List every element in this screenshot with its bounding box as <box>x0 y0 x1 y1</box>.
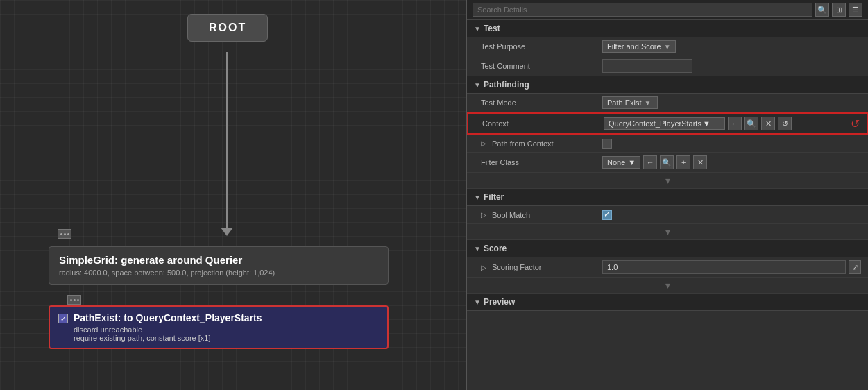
test-comment-row: Test Comment <box>467 56 868 76</box>
scoring-factor-row: ▷ Scoring Factor ⤢ <box>467 257 868 278</box>
search-icon-btn[interactable]: 🔍 <box>815 3 829 17</box>
right-panel: 🔍 ⊞ ☰ ▼ Test Test Purpose Filter and Sco… <box>466 0 868 390</box>
filter-class-arrow: ▼ <box>628 158 636 167</box>
preview-collapse-icon: ▼ <box>474 298 481 306</box>
filter-section-label: Filter <box>484 192 504 202</box>
bool-match-value <box>602 210 861 220</box>
test-mode-row: Test Mode Path Exist ▼ <box>467 94 868 112</box>
filter-class-clear-btn[interactable]: ✕ <box>693 155 707 169</box>
score-collapse-icon: ▼ <box>474 245 481 253</box>
filter-section-header[interactable]: ▼ Filter <box>467 189 868 206</box>
simple-grid-subtitle: radius: 4000.0, space between: 500.0, pr… <box>59 269 378 277</box>
filter-class-add-btn[interactable]: + <box>676 155 690 169</box>
connector-box-bottom <box>67 295 81 305</box>
grid-view-btn[interactable]: ⊞ <box>832 3 846 17</box>
test-comment-value <box>602 59 861 73</box>
simple-grid-node: SimpleGrid: generate around Querier radi… <box>49 246 389 285</box>
test-comment-input[interactable] <box>602 59 692 73</box>
pathfinding-section-label: Pathfinding <box>484 80 529 90</box>
pathfinding-collapse-row: ▾ <box>467 173 868 189</box>
filter-class-text: None <box>607 158 625 167</box>
filter-collapse-row: ▾ <box>467 224 868 240</box>
scoring-factor-expand[interactable]: ▷ <box>481 264 486 271</box>
scoring-factor-input[interactable] <box>602 260 846 274</box>
path-from-context-label: ▷ Path from Context <box>481 139 602 148</box>
filter-class-label: Filter Class <box>481 158 602 167</box>
path-exist-node: ✓ PathExist: to QueryContext_PlayerStart… <box>49 305 389 349</box>
scoring-factor-expand-btn[interactable]: ⤢ <box>849 260 861 274</box>
pathfinding-chevron-down[interactable]: ▾ <box>665 175 670 186</box>
context-arrow: ▼ <box>703 119 710 128</box>
simple-grid-title: SimpleGrid: generate around Querier <box>59 254 378 266</box>
filter-chevron-down[interactable]: ▾ <box>665 226 670 237</box>
connector-box-top <box>58 229 71 239</box>
filter-class-search-btn[interactable]: 🔍 <box>660 155 674 169</box>
path-exist-line2: require existing path, constant score [x… <box>74 334 262 342</box>
list-view-btn[interactable]: ☰ <box>849 3 862 17</box>
test-section-header[interactable]: ▼ Test <box>467 20 868 37</box>
filter-class-value: None ▼ ← 🔍 + ✕ <box>602 155 861 169</box>
path-from-context-expand[interactable]: ▷ <box>481 139 486 147</box>
test-section-label: Test <box>484 24 500 33</box>
test-collapse-icon: ▼ <box>474 25 481 33</box>
context-value: QueryContext_PlayerStarts ▼ ← 🔍 ✕ ↺ <box>604 117 848 130</box>
test-purpose-label: Test Purpose <box>481 42 602 51</box>
search-input[interactable] <box>473 3 812 17</box>
scoring-factor-label: ▷ Scoring Factor <box>481 263 602 271</box>
test-mode-label: Test Mode <box>481 99 602 107</box>
path-exist-content: PathExist: to QueryContext_PlayerStarts … <box>74 312 262 342</box>
test-mode-dropdown[interactable]: Path Exist ▼ <box>602 96 658 109</box>
score-section-header[interactable]: ▼ Score <box>467 240 868 257</box>
context-row: Context QueryContext_PlayerStarts ▼ ← 🔍 … <box>467 112 868 135</box>
preview-section-label: Preview <box>484 297 515 307</box>
context-refresh-btn[interactable]: ↺ <box>778 117 792 130</box>
test-mode-value: Path Exist ▼ <box>602 96 861 109</box>
root-node: ROOT <box>187 14 268 42</box>
score-chevron-down[interactable]: ▾ <box>665 280 670 291</box>
test-purpose-dropdown[interactable]: Filter and Score ▼ <box>602 40 676 53</box>
path-exist-line1: discard unreachable <box>74 325 262 334</box>
score-section-label: Score <box>484 244 507 253</box>
filter-collapse-icon: ▼ <box>474 194 481 201</box>
pathfinding-collapse-icon: ▼ <box>474 81 481 89</box>
canvas-panel: ROOT SimpleGrid: generate around Querier… <box>0 0 466 390</box>
bool-match-label: ▷ Bool Match <box>481 211 602 219</box>
context-undo-icon[interactable]: ↺ <box>851 117 860 130</box>
context-text: QueryContext_PlayerStarts <box>609 119 701 128</box>
connector-line <box>226 52 228 232</box>
test-mode-arrow: ▼ <box>645 99 652 107</box>
test-purpose-row: Test Purpose Filter and Score ▼ <box>467 37 868 56</box>
score-collapse-row: ▾ <box>467 278 868 294</box>
test-purpose-text: Filter and Score <box>607 42 661 51</box>
path-from-context-row: ▷ Path from Context <box>467 135 868 153</box>
bool-match-row: ▷ Bool Match <box>467 206 868 224</box>
path-exist-title: PathExist: to QueryContext_PlayerStarts <box>74 312 262 323</box>
context-clear-btn[interactable]: ✕ <box>761 117 775 130</box>
bool-match-checkbox[interactable] <box>602 210 612 220</box>
context-arrow-left-btn[interactable]: ← <box>728 117 742 130</box>
filter-class-dropdown[interactable]: None ▼ <box>602 156 640 169</box>
path-exist-checkbox[interactable]: ✓ <box>58 314 68 323</box>
preview-section-header[interactable]: ▼ Preview <box>467 294 868 311</box>
context-dropdown[interactable]: QueryContext_PlayerStarts ▼ <box>604 117 725 130</box>
filter-class-row: Filter Class None ▼ ← 🔍 + ✕ <box>467 153 868 173</box>
path-from-context-checkbox[interactable] <box>602 139 612 149</box>
scoring-factor-value: ⤢ <box>602 260 861 274</box>
bool-match-expand[interactable]: ▷ <box>481 211 486 219</box>
connector-arrow <box>221 228 233 236</box>
search-bar: 🔍 ⊞ ☰ <box>467 0 868 20</box>
context-label: Context <box>482 119 604 128</box>
test-mode-text: Path Exist <box>607 99 642 107</box>
dropdown-arrow: ▼ <box>664 43 671 51</box>
filter-class-arrow-left-btn[interactable]: ← <box>643 155 657 169</box>
test-comment-label: Test Comment <box>481 62 602 70</box>
test-purpose-value: Filter and Score ▼ <box>602 40 861 53</box>
path-from-context-value <box>602 139 861 149</box>
context-search-btn[interactable]: 🔍 <box>744 117 758 130</box>
pathfinding-section-header[interactable]: ▼ Pathfinding <box>467 76 868 94</box>
